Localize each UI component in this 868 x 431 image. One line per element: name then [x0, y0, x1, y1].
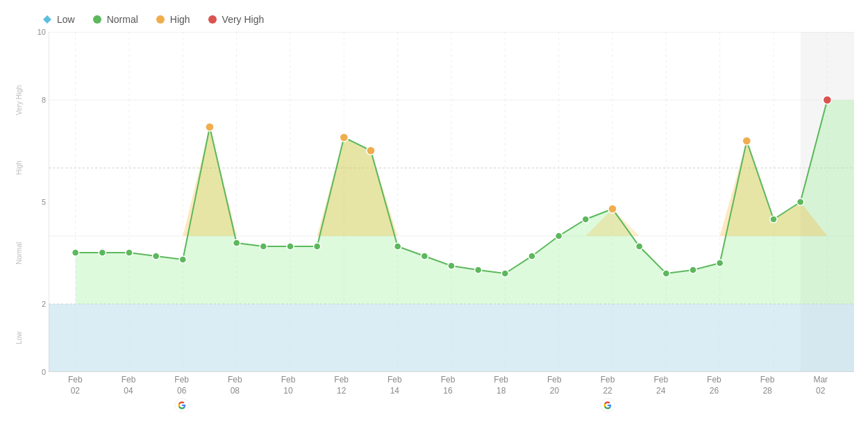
legend-low: Low [42, 14, 75, 25]
icon-slot-feb18 [474, 398, 528, 416]
dot-feb15 [421, 253, 428, 260]
google-icon-feb22 [600, 398, 615, 413]
y-label-5: 5 [42, 198, 46, 206]
dot-feb04 [126, 249, 133, 256]
icon-slot-feb28 [741, 398, 794, 416]
x-label-feb02: Feb02 [49, 375, 102, 396]
icon-slot-feb04 [102, 398, 156, 416]
dot-feb08 [233, 239, 240, 246]
dot-feb26 [717, 260, 724, 267]
icon-slot-feb12 [315, 398, 368, 416]
dot-feb17 [475, 267, 482, 273]
icon-slot-feb26 [687, 398, 741, 416]
x-label-feb22: Feb22 [581, 375, 635, 396]
dot-feb20 [556, 233, 562, 239]
dot-feb10 [287, 243, 294, 250]
icon-slot-feb08 [208, 398, 262, 416]
icon-slot-feb16 [422, 398, 475, 416]
dot-feb24 [662, 270, 669, 277]
x-label-feb04: Feb04 [102, 375, 156, 396]
y-label-0: 0 [42, 368, 46, 376]
svg-point-1 [93, 15, 101, 24]
x-label-feb14: Feb14 [368, 375, 422, 396]
y-label-2: 2 [42, 300, 46, 308]
band-label-very-high: Very High [15, 66, 23, 134]
legend-high-label: High [170, 14, 190, 25]
dot-feb06 [179, 256, 186, 263]
x-axis-labels: Feb02 Feb04 Feb06 Feb08 Feb10 Feb12 Feb1… [49, 375, 847, 396]
icon-slot-feb10 [262, 398, 315, 416]
dot-feb14 [394, 243, 401, 250]
x-label-feb12: Feb12 [315, 375, 368, 396]
x-label-feb28: Feb28 [741, 375, 794, 396]
chart-container: Low Normal High Very High 10 8 5 [0, 0, 868, 431]
dot-feb07-high [206, 123, 214, 131]
high-icon [155, 14, 166, 25]
x-label-feb16: Feb16 [422, 375, 475, 396]
icon-slot-feb02 [49, 398, 102, 416]
chart-legend: Low Normal High Very High [42, 14, 854, 25]
band-label-low: Low [15, 304, 23, 372]
icon-slot-feb24 [634, 398, 687, 416]
dot-feb28 [770, 216, 777, 223]
dot-feb23 [636, 243, 643, 250]
y-label-10: 10 [37, 28, 46, 36]
main-svg [49, 32, 854, 372]
y-axis: 10 8 5 2 0 Very High High Normal Low [14, 32, 49, 372]
x-label-feb20: Feb20 [528, 375, 581, 396]
icon-slot-feb20 [528, 398, 581, 416]
dot-feb03 [99, 249, 106, 256]
icon-slot-feb22 [581, 398, 635, 416]
very-high-icon [207, 14, 218, 25]
dot-feb16 [448, 262, 455, 269]
dot-feb21 [582, 216, 589, 223]
x-label-feb08: Feb08 [208, 375, 262, 396]
legend-normal-label: Normal [107, 14, 138, 25]
x-label-feb24: Feb24 [634, 375, 687, 396]
icon-slot-feb14 [368, 398, 422, 416]
dot-feb19 [528, 253, 535, 260]
x-label-feb06: Feb06 [155, 375, 208, 396]
icon-slot-feb06 [155, 398, 208, 416]
y-label-8: 8 [42, 96, 46, 104]
dot-feb18 [501, 270, 508, 277]
orange-fill-feb12 [317, 137, 398, 236]
legend-high: High [155, 14, 190, 25]
svg-point-2 [156, 15, 165, 24]
dot-mar02-very-high [823, 96, 831, 104]
dot-feb25 [690, 267, 696, 273]
dot-feb13-high [367, 146, 375, 155]
dot-feb12-high [340, 133, 348, 142]
dot-feb22-high [608, 205, 617, 213]
dot-feb09 [260, 243, 267, 250]
legend-very-high-label: Very High [222, 14, 265, 25]
x-axis-icons [49, 398, 847, 416]
x-label-mar02: Mar02 [794, 375, 847, 396]
legend-very-high: Very High [207, 14, 265, 25]
dot-feb05 [153, 253, 160, 260]
x-label-feb18: Feb18 [474, 375, 528, 396]
google-icon-feb06 [174, 398, 190, 413]
band-label-normal: Normal [15, 202, 23, 304]
chart-plot [49, 32, 854, 372]
svg-point-3 [208, 15, 217, 24]
normal-icon [92, 14, 103, 25]
x-label-feb26: Feb26 [687, 375, 741, 396]
dot-feb11 [314, 243, 321, 250]
legend-low-label: Low [57, 14, 75, 25]
svg-marker-0 [43, 15, 51, 24]
dot-feb27-high [742, 137, 751, 145]
legend-normal: Normal [92, 14, 138, 25]
icon-slot-mar02 [794, 398, 847, 416]
band-label-high: High [15, 134, 23, 202]
dot-mar01 [797, 198, 804, 205]
low-icon [42, 14, 53, 25]
dot-feb02 [72, 249, 79, 256]
x-label-feb10: Feb10 [262, 375, 315, 396]
